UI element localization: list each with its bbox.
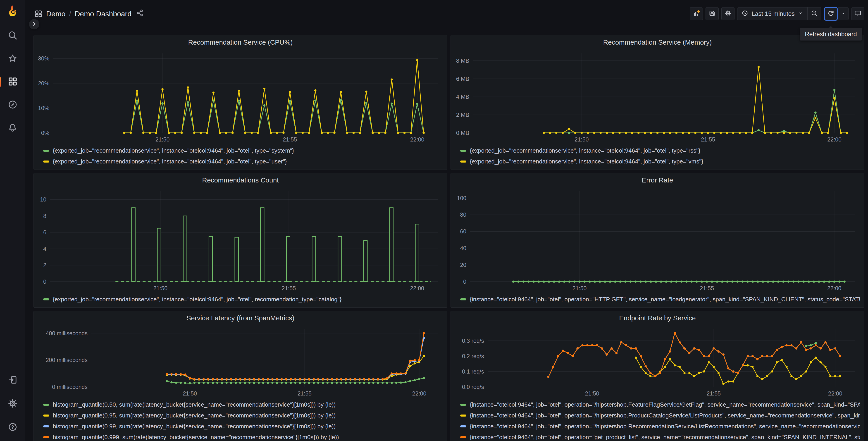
svg-text:0.2 req/s: 0.2 req/s (462, 353, 484, 359)
active-indicator (0, 77, 1, 87)
legend-item[interactable]: histogram_quantile(0.99, sum(rate(latenc… (43, 421, 443, 432)
chart-svg: 0 milliseconds200 milliseconds400 millis… (35, 325, 445, 398)
refresh-interval-dropdown[interactable] (838, 7, 848, 20)
panel-error-rate: Error Rate02040608010021:5021:5522:00{in… (451, 173, 864, 308)
legend-label: {instance="otelcol:9464", job="otel", op… (470, 296, 860, 303)
svg-text:20: 20 (460, 262, 466, 268)
svg-text:21:50: 21:50 (155, 136, 170, 143)
legend-item[interactable]: histogram_quantile(0.999, sum(rate(laten… (43, 432, 443, 441)
svg-text:0 milliseconds: 0 milliseconds (52, 384, 88, 390)
legend-swatch (460, 160, 466, 163)
svg-text:100: 100 (457, 195, 466, 201)
legend-swatch (460, 404, 466, 406)
sidebar-item-sign-in[interactable] (7, 375, 18, 386)
legend-item[interactable]: {instance="otelcol:9464", job="otel", op… (460, 399, 860, 410)
svg-text:21:55: 21:55 (283, 136, 297, 143)
panel-title[interactable]: Recommendation Service (CPU%) (34, 35, 447, 49)
legend-label: {exported_job="recommendationservice", i… (53, 147, 294, 154)
legend-item[interactable]: {exported_job="recommendationservice", i… (43, 156, 443, 167)
dashboard-settings-button[interactable] (721, 7, 735, 20)
legend-label: {exported_job="recommendationservice", i… (53, 158, 287, 165)
add-panel-button[interactable] (690, 7, 703, 20)
zoom-out-button[interactable] (808, 7, 821, 20)
monitor-icon (854, 10, 862, 18)
legend-item[interactable]: {exported_job="recommendationservice", i… (460, 145, 860, 156)
legend-label: {instance="otelcol:9464", job="otel", op… (470, 423, 860, 430)
refresh-tooltip: Refresh dashboard (800, 28, 862, 40)
legend-item[interactable]: {instance="otelcol:9464", job="otel", op… (460, 432, 860, 441)
refresh-controls (824, 7, 848, 21)
refresh-button[interactable] (824, 7, 838, 21)
sidebar-item-starred[interactable] (7, 53, 18, 64)
legend-label: {instance="otelcol:9464", job="otel", op… (470, 412, 860, 419)
svg-text:20%: 20% (38, 80, 49, 86)
sidebar-item-help[interactable]: ? (7, 422, 18, 433)
legend-item[interactable]: {instance="otelcol:9464", job="otel", op… (460, 421, 860, 432)
breadcrumb: Demo / Demo Dashboard (34, 9, 144, 19)
panel-title[interactable]: Recommendations Count (34, 173, 447, 187)
legend-item[interactable]: histogram_quantile(0.95, sum(rate(latenc… (43, 410, 443, 421)
grafana-logo[interactable] (6, 5, 19, 18)
legend-item[interactable]: {exported_job="recommendationservice", i… (43, 145, 443, 156)
sidebar-item-dashboards[interactable] (7, 77, 18, 87)
svg-text:21:55: 21:55 (282, 285, 296, 291)
share-dashboard-button[interactable] (136, 9, 144, 19)
panel-title[interactable]: Endpoint Rate by Service (451, 311, 864, 325)
chevron-down-icon (841, 11, 846, 17)
legend-swatch (460, 414, 466, 416)
save-dashboard-button[interactable] (706, 7, 719, 20)
svg-text:10: 10 (40, 196, 46, 203)
chart-svg: 0 MB2 MB4 MB6 MB8 MB21:5021:5522:00 (452, 49, 862, 144)
svg-text:400 milliseconds: 400 milliseconds (46, 330, 88, 336)
time-series-chart[interactable]: 0.0 req/s0.1 req/s0.2 req/s0.3 req/s21:5… (452, 325, 862, 398)
panel-title[interactable]: Service Latency (from SpanMetrics) (34, 311, 447, 325)
svg-text:21:55: 21:55 (700, 285, 714, 291)
panel-recommendations-count: Recommendations Count024681021:5021:5522… (33, 173, 447, 308)
help-circle-icon: ? (8, 422, 18, 433)
legend-swatch (460, 436, 466, 438)
svg-text:2: 2 (43, 262, 46, 268)
svg-text:0: 0 (43, 278, 46, 285)
svg-text:4 MB: 4 MB (456, 93, 469, 100)
kiosk-mode-button[interactable] (851, 7, 864, 20)
legend-swatch (460, 425, 466, 428)
sidebar-item-configuration[interactable] (7, 399, 18, 409)
time-series-chart[interactable]: 02040608010021:5021:5522:00 (452, 187, 862, 293)
time-range-picker[interactable]: Last 15 minutes (738, 7, 807, 20)
sidebar-expand-button[interactable] (29, 19, 39, 29)
bell-icon (8, 123, 18, 134)
legend-label: {exported_job="recommendationservice", i… (53, 296, 341, 303)
legend-item[interactable]: {instance="otelcol:9464", job="otel", op… (460, 294, 860, 305)
compass-icon (8, 99, 18, 111)
svg-text:22:00: 22:00 (827, 285, 841, 291)
legend-swatch (43, 404, 49, 406)
time-series-chart[interactable]: 0%10%20%30%21:5021:5522:00 (35, 49, 445, 144)
sign-in-icon (8, 375, 18, 386)
legend-label: histogram_quantile(0.99, sum(rate(latenc… (53, 423, 336, 430)
legend-item[interactable]: {instance="otelcol:9464", job="otel", op… (460, 410, 860, 421)
sidebar-item-explore[interactable] (7, 99, 18, 111)
tooltip-text: Refresh dashboard (805, 31, 857, 37)
legend-item[interactable]: histogram_quantile(0.50, sum(rate(latenc… (43, 399, 443, 410)
svg-text:8 MB: 8 MB (456, 58, 469, 64)
gear-icon (8, 399, 18, 409)
dashboards-grid-icon (8, 77, 18, 87)
sidebar-item-search[interactable] (7, 30, 18, 41)
panel-legend: histogram_quantile(0.50, sum(rate(latenc… (34, 398, 447, 441)
legend-item[interactable]: {exported_job="recommendationservice", i… (460, 156, 860, 167)
star-icon (8, 53, 18, 64)
panel-recommendation-service-memory: Recommendation Service (Memory)0 MB2 MB4… (451, 35, 864, 170)
legend-item[interactable]: {exported_job="recommendationservice", i… (43, 294, 443, 305)
panel-legend: {exported_job="recommendationservice", i… (451, 144, 864, 170)
legend-label: {exported_job="recommendationservice", i… (470, 158, 703, 165)
time-series-chart[interactable]: 0 MB2 MB4 MB6 MB8 MB21:5021:5522:00 (452, 49, 862, 144)
sidebar-item-alerting[interactable] (7, 123, 18, 134)
breadcrumb-section[interactable]: Demo (46, 10, 65, 18)
time-series-chart[interactable]: 0 milliseconds200 milliseconds400 millis… (35, 325, 445, 398)
time-series-chart[interactable]: 024681021:5021:5522:00 (35, 187, 445, 293)
breadcrumb-separator: / (69, 10, 71, 18)
panel-service-latency: Service Latency (from SpanMetrics)0 mill… (33, 311, 447, 441)
panel-title[interactable]: Error Rate (451, 173, 864, 187)
svg-text:21:50: 21:50 (572, 285, 587, 291)
svg-text:6 MB: 6 MB (456, 76, 469, 82)
